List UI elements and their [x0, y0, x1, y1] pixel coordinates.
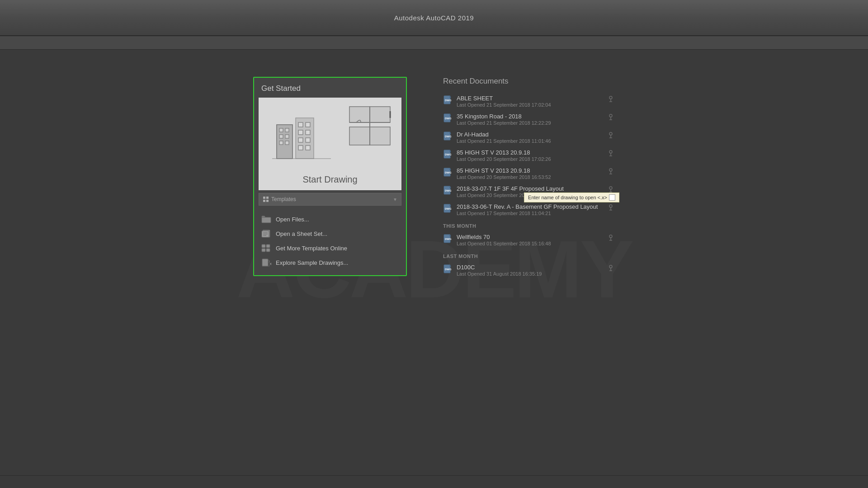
explore-samples-button[interactable]: Explore Sample Drawings... [254, 255, 406, 270]
list-item[interactable]: DWG ABLE SHEET Last Opened 21 September … [443, 92, 615, 110]
svg-text:DWG: DWG [445, 171, 452, 174]
pin-icon[interactable] [607, 113, 615, 121]
get-templates-label: Get More Templates Online [276, 245, 347, 252]
start-drawing-label: Start Drawing [302, 174, 357, 185]
svg-text:DWG: DWG [445, 117, 452, 120]
templates-dropdown[interactable]: Templates ▼ [259, 193, 401, 206]
menu-items: Open Files... Open a Sheet Set... [254, 208, 406, 275]
list-item[interactable]: DWG 35 Kingston Road - 2018 Last Opened … [443, 110, 615, 128]
doc-name: Wellfields 70 [457, 234, 603, 240]
svg-rect-35 [262, 244, 265, 248]
doc-name: 85 HIGH ST V 2013 20.9.18 [457, 167, 603, 174]
section-label-this-month: THIS MONTH [443, 223, 615, 229]
svg-point-85 [609, 235, 612, 238]
svg-rect-7 [285, 141, 289, 145]
grid-icon [261, 244, 271, 252]
svg-point-61 [609, 150, 612, 153]
list-item[interactable]: DWG D100C Last Opened 31 August 2018 16:… [443, 261, 615, 279]
open-files-button[interactable]: Open Files... [254, 212, 406, 226]
svg-point-73 [609, 187, 612, 189]
svg-rect-28 [266, 200, 269, 202]
doc-date: Last Opened 21 September 2018 12:22:29 [457, 120, 603, 126]
svg-rect-36 [266, 244, 270, 248]
main-content: ACADEMY Get Started [0, 50, 868, 488]
doc-name: 2018-33-06-T Rev. A - Basement GF Propos… [457, 203, 603, 210]
list-item[interactable]: DWG 85 HIGH ST V 2013 20.9.18 Last Opene… [443, 146, 615, 164]
svg-text:DWG: DWG [445, 268, 452, 271]
list-item[interactable]: DWG 2018-33-06-T Rev. A - Basement GF Pr… [443, 201, 615, 219]
svg-rect-12 [306, 130, 310, 135]
pin-icon[interactable] [607, 234, 615, 242]
svg-rect-14 [306, 138, 310, 142]
recent-docs-section-recent: DWG ABLE SHEET Last Opened 21 September … [443, 92, 615, 219]
svg-rect-25 [263, 197, 265, 199]
dwg-file-icon: DWG [443, 131, 453, 141]
svg-rect-39 [262, 259, 268, 266]
svg-point-67 [609, 169, 612, 171]
pin-icon[interactable] [607, 131, 615, 139]
doc-name: ABLE SHEET [457, 95, 603, 102]
pin-icon[interactable] [607, 203, 615, 211]
doc-date: Last Opened 17 September 2018 11:04:21 [457, 211, 603, 216]
tooltip-text: Enter name of drawing to open <.x> [528, 195, 607, 200]
doc-name: 35 Kingston Road - 2018 [457, 113, 603, 120]
svg-rect-9 [298, 122, 303, 127]
open-files-label: Open Files... [276, 216, 309, 223]
svg-rect-29 [262, 217, 271, 223]
svg-rect-19 [370, 107, 390, 122]
dwg-file-icon: DWG [443, 234, 453, 244]
list-item[interactable]: DWG Wellfields 70 Last Opened 01 Septemb… [443, 231, 615, 249]
list-item[interactable]: DWG 2018-33-07-T 1F 3F 4F Proposed Layou… [443, 183, 615, 201]
svg-text:DWG: DWG [445, 207, 452, 210]
svg-rect-4 [279, 135, 283, 138]
svg-rect-11 [298, 130, 303, 135]
doc-name: Dr Al-Hadad [457, 131, 603, 138]
svg-rect-10 [306, 122, 310, 127]
svg-point-55 [609, 132, 612, 135]
list-item[interactable]: DWG 85 HIGH ST V 2013 20.9.18 Last Opene… [443, 164, 615, 183]
doc-date: Last Opened 01 September 2018 15:16:48 [457, 241, 603, 246]
templates-label: Templates [263, 196, 296, 202]
dropdown-arrow-icon: ▼ [393, 197, 397, 202]
drawing-preview-content: Start Drawing [259, 98, 401, 190]
svg-rect-20 [349, 127, 370, 145]
folder-open-icon [261, 215, 271, 223]
building-icon [272, 107, 331, 165]
open-sheet-set-button[interactable]: Open a Sheet Set... [254, 226, 406, 241]
recent-docs-title: Recent Documents [443, 77, 615, 86]
svg-rect-5 [285, 135, 289, 138]
toolbar-strip [0, 36, 868, 50]
list-item[interactable]: DWG Dr Al-Hadad Last Opened 21 September… [443, 128, 615, 146]
open-sheet-set-label: Open a Sheet Set... [276, 230, 327, 237]
section-label-last-month: LAST MONTH [443, 253, 615, 259]
svg-rect-27 [263, 200, 265, 202]
get-templates-button[interactable]: Get More Templates Online [254, 241, 406, 255]
svg-text:DWG: DWG [445, 153, 452, 156]
doc-date: Last Opened 20 September 2018 16:53:52 [457, 174, 603, 180]
svg-text:DWG: DWG [445, 99, 452, 102]
dwg-file-icon: DWG [443, 186, 453, 196]
doc-date: Last Opened 31 August 2018 16:35:19 [457, 271, 603, 277]
status-bar [0, 475, 868, 488]
document-arrow-icon [261, 258, 271, 267]
dwg-file-icon: DWG [443, 264, 453, 274]
drawing-preview[interactable]: Start Drawing [259, 98, 401, 190]
svg-text:DWG: DWG [445, 135, 452, 138]
pin-icon[interactable] [607, 167, 615, 175]
svg-rect-26 [266, 197, 269, 199]
recent-docs-section-this-month: THIS MONTH DWG Wellfields 70 Last Opened… [443, 223, 615, 249]
svg-rect-6 [279, 141, 283, 145]
pin-icon[interactable] [607, 95, 615, 103]
explore-samples-label: Explore Sample Drawings... [276, 259, 348, 266]
doc-name: 85 HIGH ST V 2013 20.9.18 [457, 149, 603, 156]
pin-icon[interactable] [607, 149, 615, 157]
pin-icon[interactable] [607, 264, 615, 272]
svg-rect-37 [262, 249, 265, 252]
svg-point-49 [609, 114, 612, 117]
svg-text:DWG: DWG [445, 189, 452, 192]
doc-name: 2018-33-07-T 1F 3F 4F Proposed Layout [457, 185, 603, 192]
app-title: Autodesk AutoCAD 2019 [394, 14, 474, 22]
svg-rect-3 [285, 128, 289, 132]
svg-point-79 [609, 205, 612, 207]
recent-docs-section-last-month: LAST MONTH DWG D100C Last Opened 31 Augu… [443, 253, 615, 279]
